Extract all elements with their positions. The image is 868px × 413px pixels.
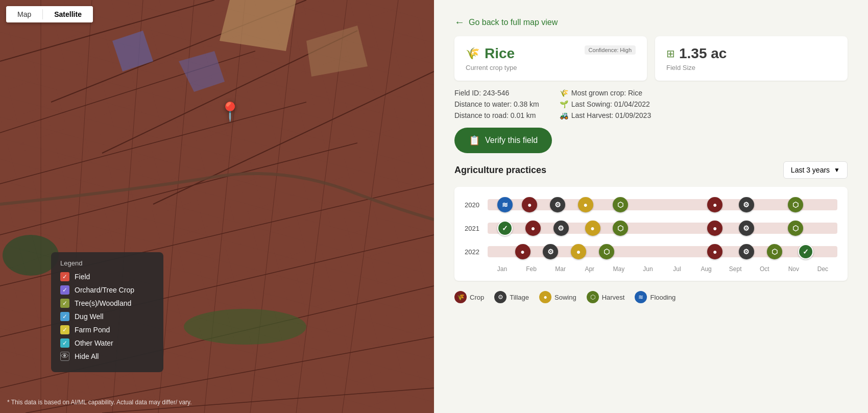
field-size-subtitle: Field Size [666, 64, 836, 71]
legend-label-tillage: Tillage [510, 294, 529, 301]
icon-2020-crop2: ● [707, 197, 722, 212]
icon-2021-crop1: ● [525, 221, 541, 236]
legend-dot-sowing: ● [539, 291, 551, 303]
legend-dot-harvest: ⬡ [587, 291, 599, 303]
map-tab[interactable]: Map [6, 6, 42, 22]
timeline-bar-2022: ● ⚙ ● ⬡ ● ⚙ ⬡ ✓ [488, 242, 837, 261]
crop-card: 🌾 Rice Confidence: High Current crop typ… [454, 36, 647, 81]
icon-2020-flooding: ≋ [497, 197, 513, 212]
month-apr: Apr [575, 265, 604, 273]
legend-title: Legend [60, 259, 154, 267]
legend-dot-flooding: ≋ [635, 291, 647, 303]
legend-checkbox-dugwell: ✓ [60, 312, 69, 321]
legend-label-otherwater: Other Water [75, 339, 113, 347]
legend-label-crop: Crop [470, 294, 484, 301]
crop-icon: 🌾 [466, 47, 479, 60]
back-link-label: Go back to full map view [469, 18, 558, 27]
legend-entry-crop: 🌾 Crop [454, 291, 484, 303]
legend-item-otherwater[interactable]: ✓ Other Water [60, 338, 154, 348]
satellite-tab[interactable]: Satellite [43, 6, 93, 22]
icon-2022-verify: ✓ [798, 244, 813, 259]
legend-checkbox-tree: ✓ [60, 299, 69, 308]
legend-item-farmpond[interactable]: ✓ Farm Pond [60, 325, 154, 334]
icon-2020-tillage1: ⚙ [550, 197, 565, 212]
timeline-row-2020: 2020 ≋ ● ⚙ ● ⬡ ● ⚙ [465, 195, 837, 214]
distance-water: Distance to water: 0.38 km [454, 100, 539, 108]
timeline-icons-2021: ✓ ● ⚙ ● ⬡ ● ⚙ ⬡ [488, 218, 837, 238]
crop-card-top: 🌾 Rice Confidence: High [466, 45, 636, 62]
icon-2021-verify1: ✓ [497, 221, 513, 236]
legend-dot-crop: 🌾 [454, 291, 467, 303]
field-details: Field ID: 243-546 Distance to water: 0.3… [454, 89, 848, 119]
month-dec: Dec [808, 265, 837, 273]
legend-label-tree: Tree(s)/Woodland [75, 299, 131, 307]
legend-label-sowing: Sowing [554, 294, 576, 301]
month-may: May [604, 265, 633, 273]
year-dropdown[interactable]: Last 3 years ▼ [783, 161, 848, 179]
legend-label-flooding: Flooding [650, 294, 676, 301]
icon-2021-sowing1: ● [585, 221, 600, 236]
field-details-right: 🌾Most grown crop: Rice 🌱Last Sowing: 01/… [560, 89, 651, 119]
icon-2021-tillage1: ⚙ [553, 221, 569, 236]
legend-label-dugwell: Dug Well [75, 312, 104, 321]
map-location-pin: 📍 [219, 101, 242, 123]
icon-2022-crop1: ● [515, 244, 531, 259]
icon-2020-harvest1: ⬡ [613, 197, 628, 212]
back-link[interactable]: ← Go back to full map view [454, 16, 848, 28]
legend-entry-tillage: ⚙ Tillage [494, 291, 529, 303]
timeline-chart: 2020 ≋ ● ⚙ ● ⬡ ● ⚙ [454, 187, 848, 281]
map-panel: Map Satellite 📍 Legend ✓ Field ✓ Orchard… [0, 0, 434, 413]
legend-label-orchard: Orchard/Tree Crop [75, 286, 134, 294]
legend-item-field[interactable]: ✓ Field [60, 272, 154, 281]
svg-point-21 [3, 235, 59, 276]
field-details-left: Field ID: 243-546 Distance to water: 0.3… [454, 89, 539, 119]
legend-label-hideall: Hide All [75, 352, 99, 360]
verify-label: Verify this field [485, 136, 538, 145]
crop-name: Rice [485, 45, 515, 62]
month-aug: Aug [692, 265, 721, 273]
icon-2022-sowing1: ● [571, 244, 586, 259]
most-grown-crop: 🌾Most grown crop: Rice [560, 89, 651, 97]
icon-2020-crop1: ● [522, 197, 537, 212]
legend-checkbox-field: ✓ [60, 272, 69, 281]
month-jan: Jan [488, 265, 517, 273]
icon-2022-harvest2: ⬡ [767, 244, 782, 259]
legend-label-farmpond: Farm Pond [75, 326, 110, 334]
info-cards: 🌾 Rice Confidence: High Current crop typ… [454, 36, 848, 81]
field-size-icon: ⊞ [666, 47, 675, 60]
distance-road: Distance to road: 0.01 km [454, 111, 539, 119]
field-id: Field ID: 243-546 [454, 89, 539, 97]
icon-2021-crop2: ● [707, 221, 722, 236]
legend-checkbox-hideall: 👁 [60, 352, 69, 361]
icon-2022-tillage2: ⚙ [739, 244, 754, 259]
verify-icon: 📋 [469, 135, 480, 146]
confidence-badge: Confidence: High [585, 45, 636, 55]
chart-legend-row: 🌾 Crop ⚙ Tillage ● Sowing ⬡ Harvest ≋ Fl… [454, 291, 848, 303]
map-disclaimer: * This data is based on AI/ML capability… [7, 399, 192, 406]
legend-item-hideall[interactable]: 👁 Hide All [60, 352, 154, 361]
legend-item-tree[interactable]: ✓ Tree(s)/Woodland [60, 299, 154, 308]
legend-dot-tillage: ⚙ [494, 291, 507, 303]
legend-item-orchard[interactable]: ✓ Orchard/Tree Crop [60, 285, 154, 295]
legend-checkbox-farmpond: ✓ [60, 325, 69, 334]
svg-point-22 [184, 309, 306, 345]
month-labels: Jan Feb Mar Apr May Jun Jul Aug Sept Oct… [488, 265, 837, 273]
icon-2021-tillage2: ⚙ [739, 221, 754, 236]
icon-2022-tillage1: ⚙ [543, 244, 558, 259]
icon-2021-harvest1: ⬡ [613, 221, 628, 236]
field-size-value: 1.35 ac [679, 45, 727, 62]
verify-button[interactable]: 📋 Verify this field [454, 128, 552, 153]
right-panel: ← Go back to full map view 🌾 Rice Confid… [434, 0, 868, 413]
icon-2020-harvest2: ⬡ [788, 197, 803, 212]
year-label-2020: 2020 [465, 201, 488, 209]
map-legend: Legend ✓ Field ✓ Orchard/Tree Crop ✓ Tre… [51, 252, 163, 372]
month-jul: Jul [662, 265, 691, 273]
last-sowing: 🌱Last Sowing: 01/04/2022 [560, 100, 651, 108]
legend-item-dugwell[interactable]: ✓ Dug Well [60, 312, 154, 321]
icon-2021-harvest2: ⬡ [788, 221, 803, 236]
timeline-row-2021: 2021 ✓ ● ⚙ ● ⬡ ● ⚙ ⬡ [465, 218, 837, 238]
map-type-toggle[interactable]: Map Satellite [6, 6, 93, 22]
icon-2022-harvest1: ⬡ [599, 244, 614, 259]
field-size-card: ⊞ 1.35 ac Field Size [655, 36, 848, 81]
legend-label-field: Field [75, 273, 90, 281]
